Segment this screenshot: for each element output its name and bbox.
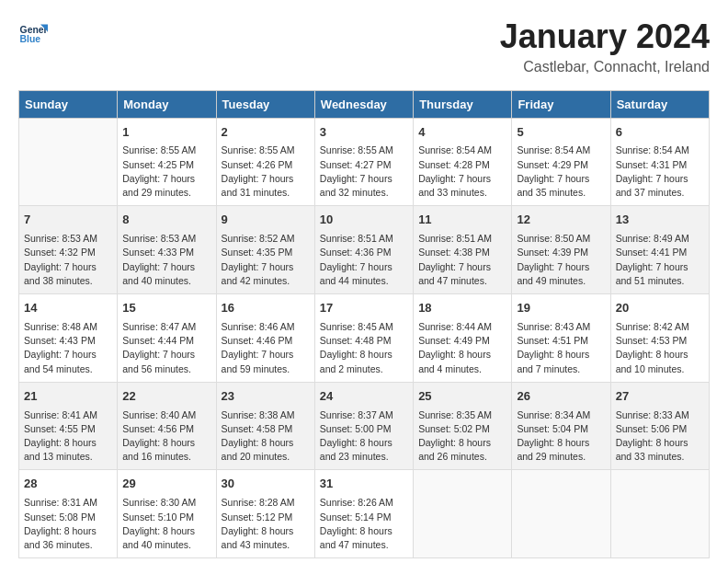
day-number: 31 xyxy=(320,476,408,493)
day-info: Sunrise: 8:54 AM Sunset: 4:29 PM Dayligh… xyxy=(517,144,605,200)
day-info: Sunrise: 8:55 AM Sunset: 4:27 PM Dayligh… xyxy=(320,144,408,200)
calendar-cell: 16Sunrise: 8:46 AM Sunset: 4:46 PM Dayli… xyxy=(216,294,314,383)
page-header: General Blue January 2024 Castlebar, Con… xyxy=(18,18,710,75)
header-sunday: Sunday xyxy=(19,90,118,118)
calendar-cell: 10Sunrise: 8:51 AM Sunset: 4:36 PM Dayli… xyxy=(314,206,413,294)
calendar-cell: 18Sunrise: 8:44 AM Sunset: 4:49 PM Dayli… xyxy=(414,294,512,383)
calendar-cell: 3Sunrise: 8:55 AM Sunset: 4:27 PM Daylig… xyxy=(314,118,413,206)
day-info: Sunrise: 8:53 AM Sunset: 4:33 PM Dayligh… xyxy=(122,232,210,288)
day-number: 7 xyxy=(24,212,112,229)
calendar-cell: 12Sunrise: 8:50 AM Sunset: 4:39 PM Dayli… xyxy=(512,206,610,294)
day-number: 18 xyxy=(418,300,506,317)
day-info: Sunrise: 8:30 AM Sunset: 5:10 PM Dayligh… xyxy=(122,496,210,552)
logo: General Blue xyxy=(18,18,48,48)
day-info: Sunrise: 8:47 AM Sunset: 4:44 PM Dayligh… xyxy=(122,320,210,376)
calendar-cell: 20Sunrise: 8:42 AM Sunset: 4:53 PM Dayli… xyxy=(610,294,709,383)
day-info: Sunrise: 8:31 AM Sunset: 5:08 PM Dayligh… xyxy=(24,496,112,552)
day-info: Sunrise: 8:40 AM Sunset: 4:56 PM Dayligh… xyxy=(122,408,210,465)
day-number: 16 xyxy=(222,300,310,317)
day-number: 11 xyxy=(418,212,506,229)
calendar-cell: 22Sunrise: 8:40 AM Sunset: 4:56 PM Dayli… xyxy=(118,382,216,470)
day-info: Sunrise: 8:42 AM Sunset: 4:53 PM Dayligh… xyxy=(616,320,704,376)
day-info: Sunrise: 8:54 AM Sunset: 4:28 PM Dayligh… xyxy=(418,144,506,200)
day-number: 28 xyxy=(24,476,112,493)
day-info: Sunrise: 8:38 AM Sunset: 4:58 PM Dayligh… xyxy=(222,408,310,465)
title-area: January 2024 Castlebar, Connacht, Irelan… xyxy=(500,18,710,75)
calendar-cell xyxy=(610,470,709,558)
calendar-cell: 30Sunrise: 8:28 AM Sunset: 5:12 PM Dayli… xyxy=(216,470,314,558)
header-tuesday: Tuesday xyxy=(216,90,314,118)
calendar-cell: 25Sunrise: 8:35 AM Sunset: 5:02 PM Dayli… xyxy=(414,382,512,470)
day-number: 8 xyxy=(122,212,210,229)
day-number: 5 xyxy=(517,124,605,142)
calendar-cell: 21Sunrise: 8:41 AM Sunset: 4:55 PM Dayli… xyxy=(19,382,118,470)
day-info: Sunrise: 8:52 AM Sunset: 4:35 PM Dayligh… xyxy=(222,232,310,288)
day-number: 20 xyxy=(616,300,704,317)
day-number: 19 xyxy=(517,300,605,317)
day-number: 10 xyxy=(320,212,408,229)
calendar-cell: 23Sunrise: 8:38 AM Sunset: 4:58 PM Dayli… xyxy=(216,382,314,470)
calendar-cell: 31Sunrise: 8:26 AM Sunset: 5:14 PM Dayli… xyxy=(314,470,413,558)
calendar-header-row: Sunday Monday Tuesday Wednesday Thursday… xyxy=(19,90,710,118)
header-saturday: Saturday xyxy=(610,90,709,118)
day-number: 9 xyxy=(222,212,310,229)
calendar-cell: 7Sunrise: 8:53 AM Sunset: 4:32 PM Daylig… xyxy=(19,206,118,294)
day-number: 3 xyxy=(320,124,408,142)
day-number: 2 xyxy=(222,124,310,142)
day-number: 22 xyxy=(122,388,210,406)
calendar-cell: 4Sunrise: 8:54 AM Sunset: 4:28 PM Daylig… xyxy=(414,118,512,206)
day-number: 26 xyxy=(517,388,605,406)
day-number: 24 xyxy=(320,388,408,406)
calendar-cell: 5Sunrise: 8:54 AM Sunset: 4:29 PM Daylig… xyxy=(512,118,610,206)
page-subtitle: Castlebar, Connacht, Ireland xyxy=(500,59,710,75)
day-info: Sunrise: 8:43 AM Sunset: 4:51 PM Dayligh… xyxy=(517,320,605,376)
day-number: 21 xyxy=(24,388,112,406)
day-info: Sunrise: 8:48 AM Sunset: 4:43 PM Dayligh… xyxy=(24,320,112,376)
day-info: Sunrise: 8:26 AM Sunset: 5:14 PM Dayligh… xyxy=(320,496,408,552)
day-number: 1 xyxy=(122,124,210,142)
day-info: Sunrise: 8:46 AM Sunset: 4:46 PM Dayligh… xyxy=(222,320,310,376)
day-number: 17 xyxy=(320,300,408,317)
calendar-cell: 24Sunrise: 8:37 AM Sunset: 5:00 PM Dayli… xyxy=(314,382,413,470)
calendar-cell: 9Sunrise: 8:52 AM Sunset: 4:35 PM Daylig… xyxy=(216,206,314,294)
calendar-cell: 15Sunrise: 8:47 AM Sunset: 4:44 PM Dayli… xyxy=(118,294,216,383)
calendar-cell: 29Sunrise: 8:30 AM Sunset: 5:10 PM Dayli… xyxy=(118,470,216,558)
day-number: 15 xyxy=(122,300,210,317)
day-info: Sunrise: 8:50 AM Sunset: 4:39 PM Dayligh… xyxy=(517,232,605,288)
calendar-cell: 13Sunrise: 8:49 AM Sunset: 4:41 PM Dayli… xyxy=(610,206,709,294)
page-title: January 2024 xyxy=(500,18,710,55)
calendar-cell: 26Sunrise: 8:34 AM Sunset: 5:04 PM Dayli… xyxy=(512,382,610,470)
calendar-cell: 6Sunrise: 8:54 AM Sunset: 4:31 PM Daylig… xyxy=(610,118,709,206)
day-info: Sunrise: 8:54 AM Sunset: 4:31 PM Dayligh… xyxy=(616,144,704,200)
calendar-week-1: 7Sunrise: 8:53 AM Sunset: 4:32 PM Daylig… xyxy=(19,206,710,294)
calendar-week-0: 1Sunrise: 8:55 AM Sunset: 4:25 PM Daylig… xyxy=(19,118,710,206)
calendar-cell: 17Sunrise: 8:45 AM Sunset: 4:48 PM Dayli… xyxy=(314,294,413,383)
day-info: Sunrise: 8:53 AM Sunset: 4:32 PM Dayligh… xyxy=(24,232,112,288)
day-number: 4 xyxy=(418,124,506,142)
day-number: 29 xyxy=(122,476,210,493)
day-number: 13 xyxy=(616,212,704,229)
logo-icon: General Blue xyxy=(18,18,48,48)
day-info: Sunrise: 8:28 AM Sunset: 5:12 PM Dayligh… xyxy=(222,496,310,552)
day-info: Sunrise: 8:34 AM Sunset: 5:04 PM Dayligh… xyxy=(517,408,605,465)
calendar-week-4: 28Sunrise: 8:31 AM Sunset: 5:08 PM Dayli… xyxy=(19,470,710,558)
day-info: Sunrise: 8:49 AM Sunset: 4:41 PM Dayligh… xyxy=(616,232,704,288)
calendar-cell: 14Sunrise: 8:48 AM Sunset: 4:43 PM Dayli… xyxy=(19,294,118,383)
day-number: 30 xyxy=(222,476,310,493)
calendar-cell: 8Sunrise: 8:53 AM Sunset: 4:33 PM Daylig… xyxy=(118,206,216,294)
day-number: 12 xyxy=(517,212,605,229)
day-number: 27 xyxy=(616,388,704,406)
calendar-week-3: 21Sunrise: 8:41 AM Sunset: 4:55 PM Dayli… xyxy=(19,382,710,470)
calendar-cell xyxy=(19,118,118,206)
svg-text:Blue: Blue xyxy=(20,34,41,44)
header-wednesday: Wednesday xyxy=(314,90,413,118)
day-info: Sunrise: 8:33 AM Sunset: 5:06 PM Dayligh… xyxy=(616,408,704,465)
day-info: Sunrise: 8:51 AM Sunset: 4:36 PM Dayligh… xyxy=(320,232,408,288)
day-info: Sunrise: 8:37 AM Sunset: 5:00 PM Dayligh… xyxy=(320,408,408,465)
day-info: Sunrise: 8:51 AM Sunset: 4:38 PM Dayligh… xyxy=(418,232,506,288)
calendar-cell: 11Sunrise: 8:51 AM Sunset: 4:38 PM Dayli… xyxy=(414,206,512,294)
calendar-cell xyxy=(512,470,610,558)
calendar-week-2: 14Sunrise: 8:48 AM Sunset: 4:43 PM Dayli… xyxy=(19,294,710,383)
header-thursday: Thursday xyxy=(414,90,512,118)
calendar-cell: 27Sunrise: 8:33 AM Sunset: 5:06 PM Dayli… xyxy=(610,382,709,470)
